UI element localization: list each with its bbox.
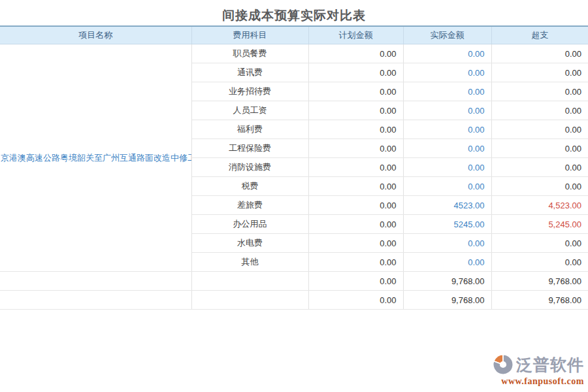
summary-row: 0.00 9,768.00 9,768.00	[0, 272, 588, 291]
actual-amount-link[interactable]: 0.00	[403, 63, 491, 82]
actual-amount-link[interactable]: 0.00	[403, 82, 491, 101]
subject-cell: 税费	[191, 177, 308, 196]
column-header-overspend: 超支	[491, 26, 588, 44]
overspend-cell: 4,523.00	[491, 196, 588, 215]
subject-cell: 办公用品	[191, 215, 308, 234]
overspend-cell: 0.00	[491, 82, 588, 101]
column-header-expense-subject: 费用科目	[191, 26, 308, 44]
summary-overspend-cell: 9,768.00	[491, 272, 588, 291]
plan-amount-cell: 0.00	[308, 158, 403, 177]
vendor-watermark: 泛普软件 www.fanpusoft.com	[480, 353, 584, 387]
plan-amount-cell: 0.00	[308, 196, 403, 215]
vendor-website: www.fanpusoft.com	[480, 376, 584, 387]
plan-amount-cell: 0.00	[308, 177, 403, 196]
cost-comparison-table: 项目名称 费用科目 计划金额 实际金额 超支 京港澳高速公路粤境韶关至广州互通路…	[0, 25, 588, 310]
fanpu-logo-icon	[492, 353, 514, 376]
summary-actual-cell: 9,768.00	[403, 272, 491, 291]
summary-project-cell	[0, 291, 191, 310]
overspend-cell: 0.00	[491, 139, 588, 158]
subject-cell: 其他	[191, 253, 308, 272]
plan-amount-cell: 0.00	[308, 101, 403, 120]
overspend-cell: 0.00	[491, 177, 588, 196]
header-row: 项目名称 费用科目 计划金额 实际金额 超支	[0, 26, 588, 44]
column-header-planned-amount: 计划金额	[308, 26, 403, 44]
overspend-cell: 0.00	[491, 44, 588, 63]
actual-amount-link[interactable]: 0.00	[403, 120, 491, 139]
actual-amount-link[interactable]: 4523.00	[403, 196, 491, 215]
overspend-cell: 5,245.00	[491, 215, 588, 234]
plan-amount-cell: 0.00	[308, 120, 403, 139]
plan-amount-cell: 0.00	[308, 253, 403, 272]
column-header-actual-amount: 实际金额	[403, 26, 491, 44]
summary-plan-cell: 0.00	[308, 291, 403, 310]
subject-cell: 消防设施费	[191, 158, 308, 177]
actual-amount-link[interactable]: 0.00	[403, 158, 491, 177]
subject-cell: 人员工资	[191, 101, 308, 120]
subject-cell: 工程保险费	[191, 139, 308, 158]
actual-amount-link[interactable]: 5245.00	[403, 215, 491, 234]
plan-amount-cell: 0.00	[308, 63, 403, 82]
subject-cell: 职员餐费	[191, 44, 308, 63]
summary-actual-cell: 9,768.00	[403, 291, 491, 310]
actual-amount-link[interactable]: 0.00	[403, 253, 491, 272]
vendor-brand-name: 泛普软件	[516, 355, 584, 374]
actual-amount-link[interactable]: 0.00	[403, 44, 491, 63]
project-name-cell: 京港澳高速公路粤境韶关至广州互通路面改造中修工	[0, 44, 191, 272]
summary-project-cell	[0, 272, 191, 291]
actual-amount-link[interactable]: 0.00	[403, 177, 491, 196]
project-link[interactable]: 京港澳高速公路粤境韶关至广州互通路面改造中修工	[1, 152, 191, 164]
overspend-cell: 0.00	[491, 120, 588, 139]
summary-overspend-cell: 9,768.00	[491, 291, 588, 310]
overspend-cell: 0.00	[491, 158, 588, 177]
page-title: 间接成本预算实际对比表	[0, 0, 588, 25]
overspend-cell: 0.00	[491, 63, 588, 82]
plan-amount-cell: 0.00	[308, 139, 403, 158]
overspend-cell: 0.00	[491, 101, 588, 120]
actual-amount-link[interactable]: 0.00	[403, 139, 491, 158]
actual-amount-link[interactable]: 0.00	[403, 101, 491, 120]
actual-amount-link[interactable]: 0.00	[403, 234, 491, 253]
summary-subject-cell	[191, 272, 308, 291]
plan-amount-cell: 0.00	[308, 234, 403, 253]
plan-amount-cell: 0.00	[308, 82, 403, 101]
plan-amount-cell: 0.00	[308, 215, 403, 234]
column-header-project-name: 项目名称	[0, 26, 191, 44]
summary-subject-cell	[191, 291, 308, 310]
overspend-cell: 0.00	[491, 253, 588, 272]
table-row: 京港澳高速公路粤境韶关至广州互通路面改造中修工 职员餐费 0.00 0.00 0…	[0, 44, 588, 63]
subject-cell: 通讯费	[191, 63, 308, 82]
plan-amount-cell: 0.00	[308, 44, 403, 63]
subject-cell: 水电费	[191, 234, 308, 253]
summary-row: 0.00 9,768.00 9,768.00	[0, 291, 588, 310]
subject-cell: 业务招待费	[191, 82, 308, 101]
subject-cell: 福利费	[191, 120, 308, 139]
subject-cell: 差旅费	[191, 196, 308, 215]
overspend-cell: 0.00	[491, 234, 588, 253]
summary-plan-cell: 0.00	[308, 272, 403, 291]
